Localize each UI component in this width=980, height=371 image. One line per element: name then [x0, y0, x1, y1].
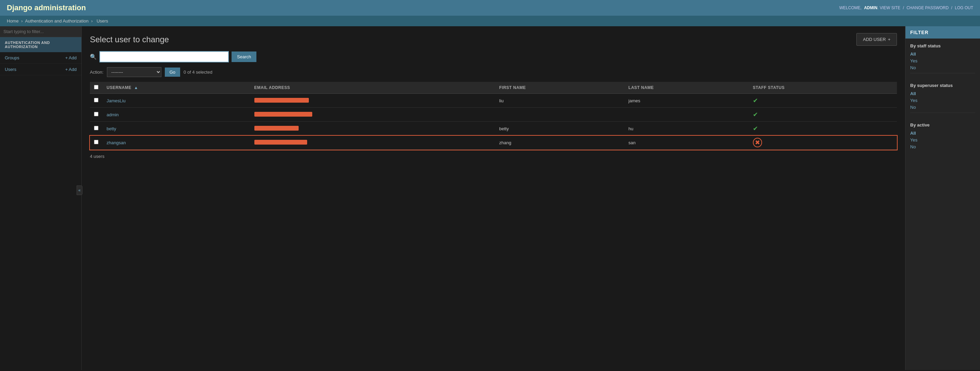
- welcome-text: WELCOME,: [839, 5, 862, 10]
- table-row: bettybettyhu✔: [90, 122, 897, 136]
- view-site-link[interactable]: VIEW SITE: [880, 5, 900, 10]
- row-checkbox[interactable]: [94, 112, 99, 116]
- sidebar-item-users[interactable]: Users + Add: [0, 64, 81, 75]
- col-username[interactable]: USERNAME ▲: [102, 82, 250, 94]
- breadcrumb-users: Users: [97, 18, 108, 24]
- breadcrumb: Home › Authentication and Authorization …: [0, 16, 980, 26]
- select-all-header[interactable]: [90, 82, 102, 94]
- table-row: admin✔: [90, 108, 897, 122]
- last-name: [625, 108, 749, 122]
- first-name: [495, 108, 625, 122]
- page-title: Select user to change: [90, 35, 169, 44]
- first-name: betty: [495, 122, 625, 136]
- user-table: USERNAME ▲ EMAIL ADDRESS FIRST NAME LAST…: [90, 82, 897, 150]
- search-button[interactable]: Search: [232, 51, 256, 62]
- row-checkbox[interactable]: [94, 126, 99, 130]
- last-name: james: [625, 94, 749, 108]
- user-link[interactable]: zhangsan: [107, 140, 126, 145]
- status-yes-icon: ✔: [753, 111, 758, 118]
- filter-option-yes[interactable]: Yes: [910, 138, 917, 142]
- email-redacted: [255, 140, 307, 145]
- table-row: zhangsanzhangsan✖: [90, 136, 897, 150]
- status-no-icon: ✖: [753, 138, 762, 147]
- filter-option-all[interactable]: All: [910, 51, 916, 57]
- user-link[interactable]: admin: [107, 112, 118, 117]
- filter-section: By activeAllYesNo: [905, 118, 980, 153]
- users-count: 4 users: [90, 154, 105, 159]
- sidebar-groups-link[interactable]: Groups: [5, 55, 19, 60]
- email-redacted: [255, 126, 299, 131]
- table-header-row: USERNAME ▲ EMAIL ADDRESS FIRST NAME LAST…: [90, 82, 897, 94]
- filter-option-yes[interactable]: Yes: [910, 98, 917, 103]
- status-yes-icon: ✔: [753, 97, 758, 104]
- filter-section-title: By active: [910, 122, 975, 128]
- filter-option-all[interactable]: All: [910, 131, 916, 136]
- col-firstname[interactable]: FIRST NAME: [495, 82, 625, 94]
- last-name: san: [625, 136, 749, 150]
- content-header: Select user to change ADD USER +: [90, 33, 897, 46]
- col-lastname[interactable]: LAST NAME: [625, 82, 749, 94]
- table-row: JamesLiuliujames✔: [90, 94, 897, 108]
- filter-section-title: By staff status: [910, 43, 975, 48]
- add-user-label: ADD USER: [863, 37, 886, 42]
- first-name: liu: [495, 94, 625, 108]
- go-button[interactable]: Go: [165, 67, 180, 77]
- action-bar: Action: -------- Go 0 of 4 selected: [90, 67, 897, 77]
- user-link[interactable]: JamesLiu: [107, 98, 126, 103]
- email-redacted: [255, 98, 309, 102]
- main-layout: AUTHENTICATION AND AUTHORIZATION Groups …: [0, 26, 980, 370]
- action-select[interactable]: --------: [107, 67, 161, 77]
- filter-section: By superuser statusAllYesNo: [905, 78, 980, 118]
- admin-name: ADMIN: [864, 5, 877, 10]
- select-all-checkbox[interactable]: [94, 85, 99, 90]
- row-checkbox[interactable]: [94, 140, 99, 144]
- last-name: hu: [625, 122, 749, 136]
- filter-option-all[interactable]: All: [910, 91, 916, 96]
- change-password-link[interactable]: CHANGE PASSWORD: [907, 5, 949, 10]
- filter-option-yes[interactable]: Yes: [910, 58, 917, 64]
- breadcrumb-home[interactable]: Home: [7, 18, 19, 24]
- filter-section: By staff statusAllYesNo: [905, 38, 980, 78]
- app-title: Django administration: [7, 3, 86, 12]
- sidebar-collapse-button[interactable]: «: [76, 186, 83, 195]
- filter-header: FILTER: [905, 26, 980, 38]
- logout-link[interactable]: LOG OUT: [955, 5, 973, 10]
- search-input[interactable]: [99, 51, 229, 62]
- sort-arrow-icon: ▲: [134, 85, 138, 90]
- selected-count: 0 of 4 selected: [183, 70, 213, 75]
- status-yes-icon: ✔: [753, 125, 758, 132]
- header: Django administration WELCOME, ADMIN. VI…: [0, 0, 980, 16]
- search-icon: 🔍: [90, 54, 97, 60]
- filter-section-title: By superuser status: [910, 83, 975, 88]
- col-email[interactable]: EMAIL ADDRESS: [250, 82, 495, 94]
- sidebar-users-link[interactable]: Users: [5, 67, 16, 72]
- table-footer: 4 users: [90, 154, 897, 159]
- add-user-icon: +: [888, 37, 891, 42]
- search-bar: 🔍 Search: [90, 51, 897, 62]
- sidebar-item-groups[interactable]: Groups + Add: [0, 52, 81, 64]
- breadcrumb-auth[interactable]: Authentication and Authorization: [25, 18, 89, 24]
- row-checkbox[interactable]: [94, 98, 99, 102]
- filter-option-no[interactable]: No: [910, 65, 916, 70]
- user-link[interactable]: betty: [107, 126, 116, 131]
- sidebar-groups-add[interactable]: + Add: [65, 55, 76, 60]
- filter-panel: FILTER By staff statusAllYesNoBy superus…: [905, 26, 980, 370]
- sidebar-section-header: AUTHENTICATION AND AUTHORIZATION: [0, 37, 81, 52]
- sidebar-users-add[interactable]: + Add: [65, 67, 76, 72]
- sidebar-filter-input[interactable]: [0, 26, 81, 37]
- header-nav: WELCOME, ADMIN. VIEW SITE / CHANGE PASSW…: [838, 5, 973, 10]
- add-user-button[interactable]: ADD USER +: [856, 33, 897, 46]
- sidebar: AUTHENTICATION AND AUTHORIZATION Groups …: [0, 26, 82, 370]
- email-redacted: [255, 112, 312, 117]
- main-content: Select user to change ADD USER + 🔍 Searc…: [82, 26, 905, 370]
- first-name: zhang: [495, 136, 625, 150]
- col-staffstatus[interactable]: STAFF STATUS: [749, 82, 897, 94]
- filter-option-no[interactable]: No: [910, 144, 916, 149]
- filter-option-no[interactable]: No: [910, 105, 916, 110]
- action-label: Action:: [90, 70, 103, 75]
